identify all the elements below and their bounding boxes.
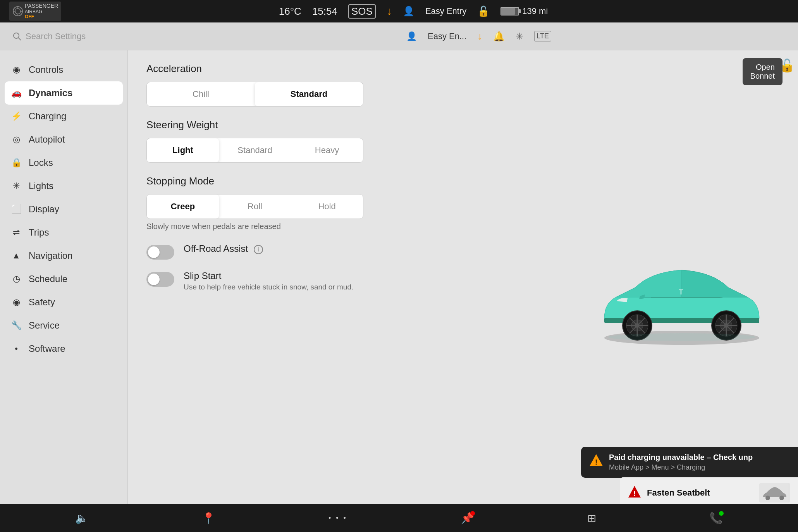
software-icon: • [11,344,22,354]
battery-indicator: 139 mi [500,6,548,16]
car-svg: T [581,233,783,350]
sidebar-label-locks: Locks [29,157,53,168]
stopping-hold-button[interactable]: Hold [291,195,363,219]
svg-point-35 [779,496,784,500]
maps-icon: 📍 [202,512,215,525]
taskbar-grid[interactable]: ⊞ [587,512,596,525]
dynamics-icon: 🚗 [11,88,22,98]
sidebar: ◉ Controls 🚗 Dynamics ⚡ Charging ◎ Autop… [0,50,128,532]
sidebar-item-locks[interactable]: 🔒 Locks [0,151,127,174]
stopping-description: Slowly move when pedals are released [146,222,547,231]
sidebar-item-charging[interactable]: ⚡ Charging [0,105,127,128]
acceleration-standard-button[interactable]: Standard [255,82,363,106]
secondary-bar: Search Settings 👤 Easy En... ↓ 🔔 ✳ LTE [0,22,798,50]
offroad-label: Off-Road Assist i [184,243,263,254]
search-icon [12,32,22,41]
taskbar-volume[interactable]: 🔈 [75,512,89,525]
offroad-label-area: Off-Road Assist i [184,243,263,254]
svg-point-1 [15,9,21,14]
content-area: ◉ Controls 🚗 Dynamics ⚡ Charging ◎ Autop… [0,50,798,532]
airbag-label: PASSENGER [25,3,58,9]
download-icon-secondary: ↓ [477,30,482,42]
lte-icon-secondary: LTE [534,31,551,41]
svg-point-34 [765,496,770,500]
red-dot-indicator [470,511,475,516]
display-icon: ⬜ [11,204,22,214]
download-icon-top: ↓ [387,5,392,17]
search-area: Search Settings [12,31,160,41]
profile-name-top: Easy Entry [425,6,466,16]
sidebar-item-controls[interactable]: ◉ Controls [0,58,127,81]
taskbar-dots[interactable]: • • • [328,514,347,522]
airbag-status: OFF [25,14,58,19]
sidebar-item-display[interactable]: ⬜ Display [0,198,127,221]
sidebar-item-lights[interactable]: ✳ Lights [0,174,127,198]
steering-light-button[interactable]: Light [147,138,219,162]
sidebar-label-controls: Controls [29,64,63,75]
sidebar-label-safety: Safety [29,297,55,308]
sidebar-item-trips[interactable]: ⇌ Trips [0,221,127,244]
acceleration-chill-button[interactable]: Chill [147,82,255,106]
stopping-creep-button[interactable]: Creep [147,195,219,219]
sidebar-item-software[interactable]: • Software [0,337,127,360]
taskbar-maps[interactable]: 📍 [202,512,215,525]
svg-text:T: T [679,288,683,296]
search-placeholder[interactable]: Search Settings [26,31,86,41]
notification-banner: ! Paid charging unavailable – Check unp … [581,447,798,478]
charging-icon: ⚡ [11,111,22,121]
temperature-display: 16°C [279,5,301,17]
slipstart-label-area: Slip Start Use to help free vehicle stuc… [184,270,353,291]
slipstart-toggle-row: Slip Start Use to help free vehicle stuc… [146,270,547,291]
schedule-icon: ◷ [11,274,22,284]
profile-label-secondary: Easy En... [428,31,466,41]
taskbar-phone[interactable]: 📞 [709,512,723,525]
sidebar-label-navigation: Navigation [29,250,72,261]
sidebar-item-dynamics[interactable]: 🚗 Dynamics [5,81,123,105]
notification-text: Paid charging unavailable – Check unp Mo… [609,453,753,472]
locks-icon: 🔒 [11,158,22,168]
seatbelt-warning-icon: ! [628,485,641,501]
sos-badge[interactable]: SOS [348,4,376,19]
dots-icon: • • • [328,514,347,522]
slipstart-toggle[interactable] [146,272,174,287]
steering-standard-button[interactable]: Standard [219,138,291,162]
notification-title: Paid charging unavailable – Check unp [609,453,753,462]
safety-icon: ◉ [11,297,22,307]
slipstart-desc: Use to help free vehicle stuck in snow, … [184,283,353,291]
acceleration-button-group: Chill Standard [146,82,363,107]
slipstart-label: Slip Start [184,270,353,281]
taskbar: 🔈 📍 • • • 📌 ⊞ 📞 [0,504,798,532]
stopping-title: Stopping Mode [146,175,547,187]
offroad-info-icon[interactable]: i [254,245,263,254]
sidebar-label-software: Software [29,343,65,354]
lock-icon-top-bar: 🔓 [477,5,490,17]
notification-subtitle: Mobile App > Menu > Charging [609,463,753,472]
sidebar-item-schedule[interactable]: ◷ Schedule [0,267,127,291]
top-bar-left: PASSENGER AIRBAG OFF [9,2,61,21]
sidebar-item-service[interactable]: 🔧 Service [0,314,127,337]
bluetooth-icon-secondary: ✳ [516,31,523,42]
green-dot-indicator [719,511,724,516]
sidebar-label-autopilot: Autopilot [29,134,65,145]
profile-icon-secondary: 👤 [406,31,417,41]
seatbelt-car-thumbnail [759,483,790,503]
acceleration-title: Acceleration [146,63,547,75]
service-icon: 🔧 [11,320,22,331]
seatbelt-label: Fasten Seatbelt [647,488,710,498]
sidebar-label-trips: Trips [29,227,49,238]
steering-button-group: Light Standard Heavy [146,138,363,163]
lights-icon: ✳ [11,181,22,191]
taskbar-pin[interactable]: 📌 [461,512,474,525]
offroad-toggle-row: Off-Road Assist i [146,243,547,260]
sidebar-item-safety[interactable]: ◉ Safety [0,291,127,314]
svg-point-6 [14,33,19,38]
sidebar-item-autopilot[interactable]: ◎ Autopilot [0,128,127,151]
stopping-roll-button[interactable]: Roll [219,195,291,219]
sidebar-label-service: Service [29,320,60,331]
sidebar-item-navigation[interactable]: ▲ Navigation [0,244,127,267]
offroad-toggle[interactable] [146,245,174,260]
svg-point-29 [608,333,755,341]
steering-heavy-button[interactable]: Heavy [291,138,363,162]
airbag-sub: AIRBAG [25,9,58,14]
main-area: Search Settings 👤 Easy En... ↓ 🔔 ✳ LTE ◉… [0,22,798,532]
